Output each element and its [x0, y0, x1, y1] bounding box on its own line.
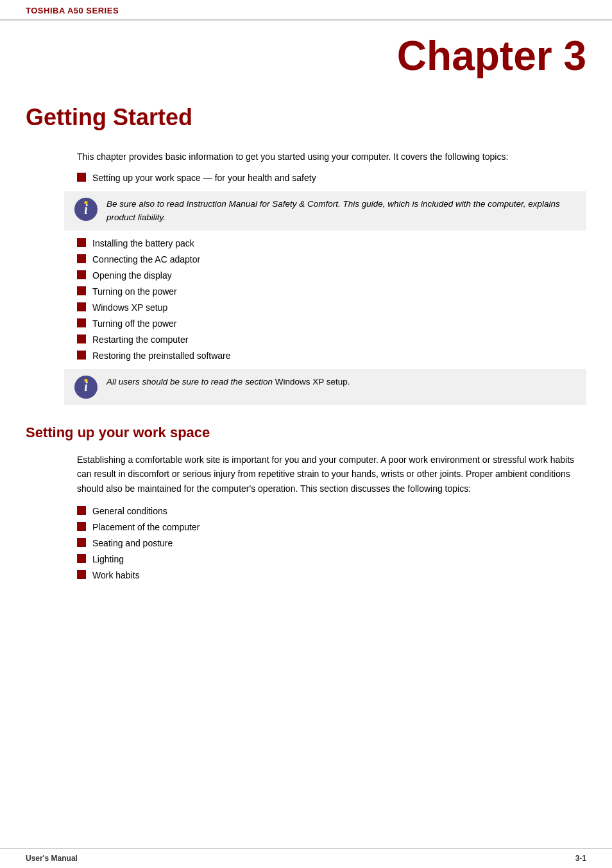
info-icon-2 [74, 376, 98, 399]
list-item: Windows XP setup [77, 301, 586, 315]
info-box-2: All users should be sure to read the sec… [64, 369, 586, 405]
topics-list-main: Installing the battery pack Connecting t… [77, 237, 586, 363]
list-item: Turning on the power [77, 285, 586, 299]
header-bar: TOSHIBA A50 Series [0, 0, 612, 21]
getting-started-heading: Getting Started [26, 104, 586, 131]
info-text-2: All users should be sure to read the sec… [106, 376, 350, 388]
bullet-icon [77, 173, 86, 182]
footer: User's Manual 3-1 [0, 848, 612, 868]
chapter-header: Chapter 3 [0, 21, 612, 85]
list-item: Setting up your work space — for your he… [77, 171, 586, 185]
info-icon-1 [74, 198, 98, 221]
list-item: Restoring the preinstalled software [77, 349, 586, 363]
bullet-icon [77, 538, 86, 547]
list-item: General conditions [77, 505, 586, 518]
main-content: Getting Started This chapter provides ba… [0, 85, 612, 626]
bullet-icon [77, 286, 86, 295]
bullet-icon [77, 254, 86, 263]
brand-label: TOSHIBA A50 Series [26, 6, 119, 15]
info-box-1: Be sure also to read Instruction Manual … [64, 191, 586, 230]
list-item: Work habits [77, 569, 586, 582]
bullet-icon [77, 302, 86, 311]
chapter-title: Chapter 3 [26, 33, 586, 78]
list-item: Placement of the computer [77, 521, 586, 534]
setting-up-section: Setting up your work space Establishing … [26, 424, 586, 582]
footer-page: 3-1 [575, 854, 586, 863]
bullet-icon [77, 570, 86, 579]
setting-up-heading: Setting up your work space [26, 424, 586, 441]
bullet-icon [77, 506, 86, 515]
list-item: Lighting [77, 553, 586, 566]
intro-paragraph: This chapter provides basic information … [77, 150, 586, 164]
info-text-1: Be sure also to read Instruction Manual … [106, 198, 576, 224]
info-icon-dot [85, 201, 88, 204]
list-item: Connecting the AC adaptor [77, 253, 586, 266]
bullet-icon [77, 334, 86, 343]
bullet-icon [77, 522, 86, 531]
list-item: Seating and posture [77, 537, 586, 550]
setting-up-topics-list: General conditions Placement of the comp… [77, 505, 586, 582]
list-item: Installing the battery pack [77, 237, 586, 250]
bullet-icon [77, 554, 86, 563]
info-icon-dot-2 [85, 379, 88, 382]
list-item: Restarting the computer [77, 333, 586, 347]
bullet-icon [77, 318, 86, 327]
bullet-icon [77, 351, 86, 360]
setting-up-intro: Establishing a comfortable work site is … [77, 453, 586, 496]
footer-label: User's Manual [26, 854, 78, 863]
list-item: Turning off the power [77, 317, 586, 331]
bullet-icon [77, 270, 86, 279]
bullet-icon [77, 238, 86, 247]
topics-list-intro: Setting up your work space — for your he… [77, 171, 586, 185]
list-item: Opening the display [77, 269, 586, 282]
